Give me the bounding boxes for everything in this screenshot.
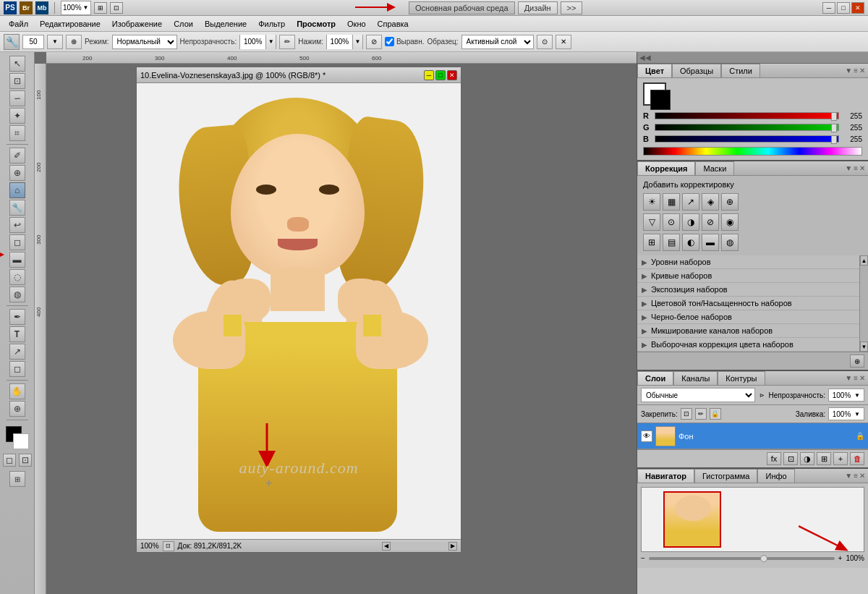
- tab-histogram[interactable]: Гистограмма: [694, 469, 758, 483]
- adj-item-4[interactable]: ▶ Черно-белое наборов: [637, 310, 859, 324]
- correction-panel-close[interactable]: ✕: [859, 164, 865, 172]
- move-tool[interactable]: ↖: [9, 56, 25, 72]
- spot-heal-tool[interactable]: ⊕: [9, 165, 25, 181]
- layers-panel-options[interactable]: ≡: [854, 374, 858, 382]
- history-brush-tool[interactable]: ↩: [9, 217, 25, 233]
- doc-title-bar[interactable]: 10.Evelina-Voznesenskaya3.jpg @ 100% (RG…: [137, 67, 461, 83]
- opacity-input[interactable]: [240, 35, 265, 49]
- clone-options-btn[interactable]: ✕: [556, 35, 571, 49]
- screen-mode-icon[interactable]: ⊞: [9, 471, 25, 487]
- pressure-dropdown-btn[interactable]: ▼: [352, 35, 362, 49]
- invert-icon[interactable]: ⊞: [643, 234, 660, 251]
- minimize-app-btn[interactable]: ─: [822, 2, 835, 14]
- gradient-tool[interactable]: ▬: [9, 252, 25, 268]
- brush-size-input[interactable]: 50: [22, 35, 44, 49]
- zoom-display[interactable]: 100% ▼: [61, 1, 91, 15]
- menu-layers[interactable]: Слои: [169, 18, 198, 30]
- opacity-layers-dropdown[interactable]: ▼: [854, 392, 860, 399]
- r-slider-thumb[interactable]: [831, 112, 837, 121]
- layer-visibility-btn[interactable]: 👁: [641, 430, 652, 442]
- blur-tool[interactable]: ◌: [9, 269, 25, 285]
- aligned-checkbox[interactable]: [385, 37, 394, 46]
- opacity-layers-control[interactable]: ▼: [828, 389, 864, 402]
- layout-btn[interactable]: ⊞: [94, 2, 107, 14]
- adj-item-1[interactable]: ▶ Кривые наборов: [637, 269, 859, 283]
- b-slider-track[interactable]: [655, 135, 839, 143]
- zoom-tool[interactable]: ⊕: [9, 401, 25, 417]
- screen-mode-btn-tb[interactable]: ⊞: [9, 471, 25, 487]
- tab-swatches[interactable]: Образцы: [672, 64, 721, 77]
- layers-panel-close[interactable]: ✕: [859, 374, 865, 382]
- shape-tool[interactable]: ◻: [9, 361, 25, 377]
- text-tool[interactable]: T: [9, 326, 25, 342]
- quick-select-tool[interactable]: ✦: [9, 108, 25, 124]
- adj-item-5[interactable]: ▶ Микширование каналов наборов: [637, 324, 859, 338]
- exposure-icon[interactable]: ◈: [702, 193, 719, 211]
- adj-scroll-down[interactable]: ▼: [860, 341, 868, 352]
- nav-preview[interactable]: [641, 487, 864, 552]
- adj-scroll-up[interactable]: ▲: [860, 255, 868, 266]
- posterize-icon[interactable]: ▤: [663, 234, 680, 251]
- adj-scrollbar[interactable]: ▲ ▼: [859, 255, 868, 352]
- lock-position-btn[interactable]: ✏: [695, 408, 707, 420]
- g-slider-track[interactable]: [655, 124, 839, 131]
- b-slider-thumb[interactable]: [831, 135, 837, 144]
- color-panel-options[interactable]: ≡: [854, 67, 858, 75]
- hsl-icon[interactable]: ▽: [643, 213, 660, 231]
- vibrance-icon[interactable]: ⊕: [721, 193, 739, 211]
- doc-maximize-btn[interactable]: □: [435, 70, 446, 80]
- add-style-btn[interactable]: fx: [767, 452, 781, 465]
- zoom-dropdown-icon[interactable]: ▼: [83, 4, 89, 11]
- pressure-control[interactable]: ▼: [326, 35, 363, 49]
- tab-contours[interactable]: Контуры: [718, 371, 765, 385]
- brush-tool[interactable]: ⌂: [9, 182, 25, 198]
- layer-thumbnail[interactable]: [655, 426, 676, 446]
- design-button[interactable]: Дизайн: [518, 1, 558, 14]
- channel-mixer-icon[interactable]: ◉: [721, 213, 739, 231]
- doc-minimize-btn[interactable]: ─: [424, 70, 434, 80]
- tab-styles[interactable]: Стили: [721, 64, 760, 77]
- bw-icon[interactable]: ◑: [682, 213, 699, 231]
- nav-zoom-thumb[interactable]: [760, 555, 767, 562]
- adj-item-3[interactable]: ▶ Цветовой тон/Насыщенность наборов: [637, 297, 859, 310]
- dodge-tool[interactable]: ◍: [9, 287, 25, 302]
- menu-help[interactable]: Справка: [373, 18, 414, 30]
- maximize-app-btn[interactable]: □: [837, 2, 850, 14]
- marquee-tool[interactable]: ⊡: [9, 73, 25, 89]
- navigator-panel-close[interactable]: ✕: [859, 472, 865, 480]
- add-mask-btn[interactable]: ⊡: [783, 452, 798, 465]
- lock-all-btn[interactable]: 🔒: [710, 408, 721, 420]
- tab-channels[interactable]: Каналы: [673, 371, 718, 385]
- menu-file[interactable]: Файл: [4, 18, 33, 30]
- nav-zoom-in-btn[interactable]: +: [838, 554, 843, 562]
- threshold-icon[interactable]: ◐: [682, 234, 699, 251]
- scroll-left-btn[interactable]: ◀: [382, 542, 391, 551]
- fg-bg-colors[interactable]: [6, 426, 29, 449]
- navigator-panel-collapse[interactable]: ▼: [845, 472, 852, 480]
- add-adjustment-btn[interactable]: ◑: [800, 452, 814, 465]
- color-spectrum-bar[interactable]: [643, 147, 862, 156]
- lock-pixels-btn[interactable]: ⊡: [681, 408, 692, 420]
- layer-row-bg[interactable]: 👁 Фон 🔒: [637, 423, 868, 449]
- pen-pressure-btn[interactable]: ⊘: [366, 35, 382, 49]
- tab-masks[interactable]: Маски: [695, 161, 734, 175]
- fg-color-swatch[interactable]: [650, 90, 671, 110]
- delete-layer-btn[interactable]: 🗑: [850, 452, 864, 465]
- doc-close-btn[interactable]: ✕: [447, 70, 457, 80]
- g-slider-thumb[interactable]: [831, 124, 837, 132]
- fg-swatch[interactable]: [643, 82, 666, 106]
- clone-stamp-tool[interactable]: 🔧: [9, 200, 25, 216]
- crop-tool[interactable]: ⌗: [9, 125, 25, 141]
- quickmask-mode-btn[interactable]: ⊡: [19, 454, 32, 467]
- menu-image[interactable]: Изображение: [107, 18, 167, 30]
- workspace-button[interactable]: Основная рабочая среда: [409, 1, 515, 14]
- opacity-control[interactable]: ▼: [239, 35, 276, 49]
- menu-select[interactable]: Выделение: [200, 18, 252, 30]
- pen-tool[interactable]: ✒: [9, 309, 25, 325]
- gradient-map-icon[interactable]: ▬: [702, 234, 719, 251]
- photo-filter-icon[interactable]: ⊘: [702, 213, 719, 231]
- curves-icon[interactable]: ↗: [682, 193, 699, 211]
- blend-mode-select[interactable]: Нормальный: [112, 35, 177, 49]
- tab-layers[interactable]: Слои: [637, 371, 673, 385]
- fill-input[interactable]: [829, 410, 854, 418]
